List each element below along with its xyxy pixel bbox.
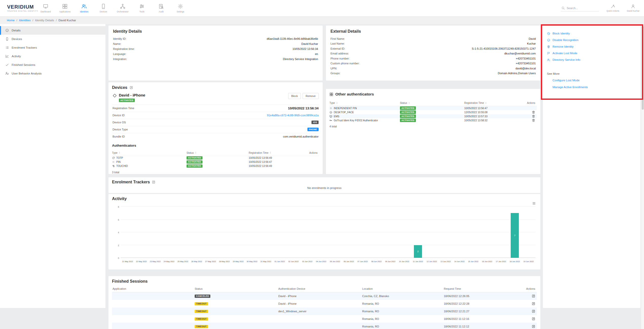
- sidebar-item-enrolment-trackers[interactable]: Enrolment Trackers: [0, 43, 105, 52]
- trash-icon[interactable]: [532, 110, 535, 114]
- sidebar-item-activity[interactable]: Activity: [0, 52, 105, 61]
- brand-logo[interactable]: VERIDIUM TRUSTED DIGITAL IDENTITY: [0, 4, 36, 12]
- face-icon: [547, 38, 550, 42]
- breadcrumb-identities[interactable]: Identities: [19, 19, 31, 22]
- tools-icon: [139, 4, 145, 9]
- status-badge-timeout: TIMEOUT: [195, 310, 208, 313]
- scrollbar-thumb[interactable]: [642, 26, 644, 110]
- column-type[interactable]: Type▲▼: [112, 151, 187, 154]
- activity-bar-18-jun-2022[interactable]: 7: [511, 213, 519, 258]
- column-actions: Actions: [521, 287, 537, 290]
- x-axis-label: 04 Jun 2022: [314, 260, 328, 263]
- sidebar-item-finished-sessions[interactable]: Finished Sessions: [0, 61, 105, 69]
- nav-item-orchestrator[interactable]: Orchestrator: [113, 0, 132, 16]
- device-os-badge: IOS: [311, 121, 319, 124]
- manage-active-enrollments-link[interactable]: Manage Active Enrollments: [553, 84, 636, 90]
- external-details-panel: External Details First Name: David Last …: [326, 26, 540, 81]
- desktop-icon: [329, 115, 332, 118]
- page-scrollbar: [641, 24, 644, 329]
- sidebar-item-user-behavior-analysis[interactable]: User Behavior Analysis: [0, 69, 105, 78]
- sort-icon: ▲▼: [119, 151, 120, 154]
- nav-item-applications[interactable]: Applications: [55, 0, 75, 16]
- x-axis-label: 31 May 2022: [259, 260, 273, 263]
- x-axis-label: 01 Jun 2022: [273, 260, 287, 263]
- nav-item-identities[interactable]: Identities: [75, 0, 94, 16]
- user-menu[interactable]: David Kuchar: [627, 4, 639, 12]
- column-type[interactable]: Type▲▼: [329, 102, 400, 104]
- disable-recognition-link[interactable]: Disable Recognition: [547, 37, 636, 43]
- column-registration-time[interactable]: Registration Time▲▼: [249, 151, 305, 154]
- open-session-icon[interactable]: [532, 317, 535, 321]
- x-axis-label: 12 Jun 2022: [425, 260, 439, 263]
- remove-identity-link[interactable]: Remove Identity: [547, 43, 636, 50]
- trash-icon[interactable]: [532, 119, 535, 122]
- chart-menu-icon[interactable]: [532, 202, 536, 205]
- open-enrolment-trackers-icon[interactable]: [152, 180, 155, 184]
- fingerprint-icon: [112, 165, 115, 167]
- identity-id-row: Identity ID: d6ae1ba8-1139-46ec-8e96-b86…: [113, 36, 318, 41]
- column-registration-time[interactable]: Registration Time▲▼: [464, 102, 518, 104]
- devices-section-title: Devices: [112, 85, 127, 90]
- open-devices-icon[interactable]: [130, 86, 133, 89]
- chart-icon: [5, 54, 9, 58]
- settings-icon: [178, 4, 183, 9]
- first-name-row: First Name: David: [330, 36, 536, 41]
- x-axis-label: 06 Jun 2022: [342, 260, 356, 263]
- device-type-badge: PHONE: [307, 128, 319, 131]
- column-status[interactable]: Status: [194, 287, 278, 290]
- directory-service-info-link[interactable]: Directory Service Info: [547, 56, 636, 63]
- nav-item-tools[interactable]: Tools: [132, 0, 152, 16]
- nav-item-devices[interactable]: Devices: [94, 0, 113, 16]
- registration-time-row: Registration time: 10/05/2022 13:56:34: [113, 46, 318, 51]
- other-authenticators-total: 4 total: [329, 125, 537, 128]
- identity-actions-panel: Block Identity Disable Recognition Remov…: [543, 26, 640, 308]
- devices-panel: Devices David - iPhone ACTIVATED Block R…: [108, 82, 323, 174]
- activate-lost-mode-link[interactable]: Activate Lost Mode: [547, 50, 636, 56]
- nav-item-audit[interactable]: Audit: [152, 0, 171, 16]
- audit-icon: [158, 4, 164, 9]
- topbar-right: Quick Actions David Kuchar: [561, 4, 644, 12]
- activity-bar-11-jun-2022[interactable]: 2: [414, 245, 422, 258]
- brand-tagline: TRUSTED DIGITAL IDENTITY: [7, 10, 36, 12]
- nav-item-dashboard[interactable]: Dashboard: [36, 0, 55, 16]
- open-session-icon[interactable]: [532, 294, 535, 298]
- orchestrator-icon: [120, 4, 125, 9]
- column-location[interactable]: Location: [362, 287, 443, 290]
- breadcrumb-home[interactable]: Home: [7, 19, 15, 22]
- column-status[interactable]: Status▲▼: [187, 151, 249, 154]
- security-key-icon: [329, 119, 332, 122]
- remove-device-button[interactable]: Remove: [303, 93, 319, 99]
- sidebar-item-devices[interactable]: Devices: [0, 35, 105, 43]
- bundle-id-row: Bundle ID com.veridiumid.authenticator: [112, 133, 319, 140]
- groups-row: Groups: Domain Admins,Domain Users: [330, 71, 536, 76]
- authenticator-row-touchid: TOUCHID ACTIVATED 10/05/2022 13:56:49: [112, 164, 319, 168]
- flag-icon: [547, 52, 550, 55]
- authenticator-row-fido2-key: GoTrust Idem Key FIDO2 Authenticator ACT…: [329, 118, 537, 122]
- search-input[interactable]: [567, 7, 597, 10]
- nav-item-settings[interactable]: Settings: [171, 0, 190, 16]
- open-session-icon[interactable]: [532, 302, 535, 305]
- column-authentication-device[interactable]: Authentication Device: [278, 287, 362, 290]
- brand-name: VERIDIUM: [7, 4, 36, 9]
- open-session-icon[interactable]: [532, 309, 535, 313]
- x-axis-label: 15 Jun 2022: [466, 260, 480, 263]
- device-id-link[interactable]: 91e4a88a-c672-4c88-9fd9-ccec9899ca1a: [267, 114, 319, 117]
- sidebar-item-details[interactable]: Details: [0, 26, 105, 35]
- x-axis-label: 08 Jun 2022: [370, 260, 383, 263]
- column-status[interactable]: Status▲▼: [400, 102, 464, 104]
- column-request-time[interactable]: Request Time: [443, 287, 521, 290]
- open-session-icon[interactable]: [532, 325, 535, 328]
- x-axis-label: 02 Jun 2022: [287, 260, 301, 263]
- trash-icon[interactable]: [532, 114, 535, 118]
- activity-title: Activity: [112, 197, 537, 201]
- configure-lost-mode-link[interactable]: Configure Lost Mode: [553, 77, 636, 84]
- quick-actions-button[interactable]: Quick Actions: [606, 4, 619, 12]
- block-device-button[interactable]: Block: [288, 93, 301, 99]
- identity-details-title: Identity Details: [113, 29, 318, 34]
- column-application[interactable]: Application: [112, 287, 194, 290]
- device-type-icon: [113, 93, 117, 98]
- x-axis-label: 27 May 2022: [204, 260, 217, 263]
- trash-icon: [547, 45, 550, 48]
- x-axis-label: 24 May 2022: [162, 260, 176, 263]
- block-identity-link[interactable]: Block Identity: [547, 30, 636, 37]
